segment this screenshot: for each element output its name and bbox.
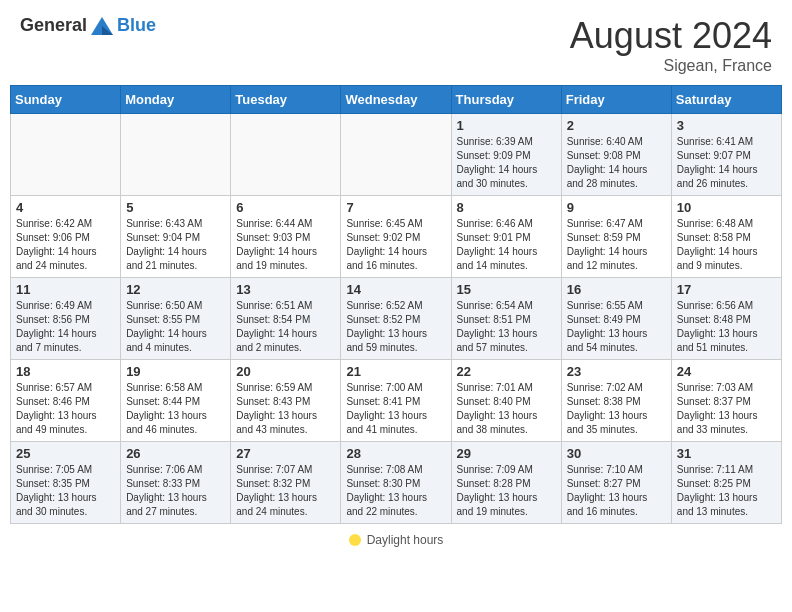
table-row: 3Sunrise: 6:41 AMSunset: 9:07 PMDaylight…	[671, 114, 781, 196]
table-row: 26Sunrise: 7:06 AMSunset: 8:33 PMDayligh…	[121, 442, 231, 524]
table-row: 16Sunrise: 6:55 AMSunset: 8:49 PMDayligh…	[561, 278, 671, 360]
table-row: 27Sunrise: 7:07 AMSunset: 8:32 PMDayligh…	[231, 442, 341, 524]
day-number: 19	[126, 364, 225, 379]
day-number: 10	[677, 200, 776, 215]
table-row: 25Sunrise: 7:05 AMSunset: 8:35 PMDayligh…	[11, 442, 121, 524]
day-number: 6	[236, 200, 335, 215]
day-number: 8	[457, 200, 556, 215]
day-info: Sunrise: 7:07 AMSunset: 8:32 PMDaylight:…	[236, 463, 335, 519]
logo: General Blue	[20, 15, 156, 36]
day-number: 4	[16, 200, 115, 215]
table-row: 12Sunrise: 6:50 AMSunset: 8:55 PMDayligh…	[121, 278, 231, 360]
table-row: 19Sunrise: 6:58 AMSunset: 8:44 PMDayligh…	[121, 360, 231, 442]
table-row: 23Sunrise: 7:02 AMSunset: 8:38 PMDayligh…	[561, 360, 671, 442]
table-row	[11, 114, 121, 196]
day-info: Sunrise: 7:08 AMSunset: 8:30 PMDaylight:…	[346, 463, 445, 519]
day-info: Sunrise: 6:48 AMSunset: 8:58 PMDaylight:…	[677, 217, 776, 273]
day-number: 2	[567, 118, 666, 133]
day-info: Sunrise: 6:43 AMSunset: 9:04 PMDaylight:…	[126, 217, 225, 273]
day-info: Sunrise: 7:10 AMSunset: 8:27 PMDaylight:…	[567, 463, 666, 519]
day-number: 15	[457, 282, 556, 297]
day-number: 22	[457, 364, 556, 379]
col-monday: Monday	[121, 86, 231, 114]
calendar-container: Sunday Monday Tuesday Wednesday Thursday…	[0, 85, 792, 529]
day-info: Sunrise: 6:57 AMSunset: 8:46 PMDaylight:…	[16, 381, 115, 437]
day-info: Sunrise: 6:56 AMSunset: 8:48 PMDaylight:…	[677, 299, 776, 355]
calendar-week-row: 25Sunrise: 7:05 AMSunset: 8:35 PMDayligh…	[11, 442, 782, 524]
table-row: 29Sunrise: 7:09 AMSunset: 8:28 PMDayligh…	[451, 442, 561, 524]
table-row: 20Sunrise: 6:59 AMSunset: 8:43 PMDayligh…	[231, 360, 341, 442]
table-row: 31Sunrise: 7:11 AMSunset: 8:25 PMDayligh…	[671, 442, 781, 524]
table-row: 4Sunrise: 6:42 AMSunset: 9:06 PMDaylight…	[11, 196, 121, 278]
day-number: 23	[567, 364, 666, 379]
day-info: Sunrise: 7:00 AMSunset: 8:41 PMDaylight:…	[346, 381, 445, 437]
logo-general-text: General	[20, 15, 87, 36]
calendar-week-row: 11Sunrise: 6:49 AMSunset: 8:56 PMDayligh…	[11, 278, 782, 360]
col-tuesday: Tuesday	[231, 86, 341, 114]
table-row: 21Sunrise: 7:00 AMSunset: 8:41 PMDayligh…	[341, 360, 451, 442]
calendar-week-row: 18Sunrise: 6:57 AMSunset: 8:46 PMDayligh…	[11, 360, 782, 442]
col-thursday: Thursday	[451, 86, 561, 114]
table-row: 22Sunrise: 7:01 AMSunset: 8:40 PMDayligh…	[451, 360, 561, 442]
day-number: 13	[236, 282, 335, 297]
table-row: 7Sunrise: 6:45 AMSunset: 9:02 PMDaylight…	[341, 196, 451, 278]
legend-dot	[349, 534, 361, 546]
day-number: 31	[677, 446, 776, 461]
day-number: 26	[126, 446, 225, 461]
table-row: 1Sunrise: 6:39 AMSunset: 9:09 PMDaylight…	[451, 114, 561, 196]
logo-blue-text: Blue	[117, 15, 156, 36]
table-row: 8Sunrise: 6:46 AMSunset: 9:01 PMDaylight…	[451, 196, 561, 278]
table-row: 24Sunrise: 7:03 AMSunset: 8:37 PMDayligh…	[671, 360, 781, 442]
day-info: Sunrise: 6:52 AMSunset: 8:52 PMDaylight:…	[346, 299, 445, 355]
calendar-week-row: 1Sunrise: 6:39 AMSunset: 9:09 PMDaylight…	[11, 114, 782, 196]
day-number: 5	[126, 200, 225, 215]
logo-icon	[91, 17, 113, 35]
day-number: 17	[677, 282, 776, 297]
day-info: Sunrise: 7:06 AMSunset: 8:33 PMDaylight:…	[126, 463, 225, 519]
calendar-body: 1Sunrise: 6:39 AMSunset: 9:09 PMDaylight…	[11, 114, 782, 524]
table-row	[121, 114, 231, 196]
day-info: Sunrise: 6:47 AMSunset: 8:59 PMDaylight:…	[567, 217, 666, 273]
col-sunday: Sunday	[11, 86, 121, 114]
day-info: Sunrise: 7:05 AMSunset: 8:35 PMDaylight:…	[16, 463, 115, 519]
table-row	[231, 114, 341, 196]
day-info: Sunrise: 6:45 AMSunset: 9:02 PMDaylight:…	[346, 217, 445, 273]
day-info: Sunrise: 7:02 AMSunset: 8:38 PMDaylight:…	[567, 381, 666, 437]
day-info: Sunrise: 6:40 AMSunset: 9:08 PMDaylight:…	[567, 135, 666, 191]
day-info: Sunrise: 7:09 AMSunset: 8:28 PMDaylight:…	[457, 463, 556, 519]
day-number: 14	[346, 282, 445, 297]
table-row: 9Sunrise: 6:47 AMSunset: 8:59 PMDaylight…	[561, 196, 671, 278]
title-block: August 2024 Sigean, France	[570, 15, 772, 75]
table-row: 28Sunrise: 7:08 AMSunset: 8:30 PMDayligh…	[341, 442, 451, 524]
day-number: 28	[346, 446, 445, 461]
days-of-week-row: Sunday Monday Tuesday Wednesday Thursday…	[11, 86, 782, 114]
day-info: Sunrise: 6:59 AMSunset: 8:43 PMDaylight:…	[236, 381, 335, 437]
month-year-title: August 2024	[570, 15, 772, 57]
calendar-table: Sunday Monday Tuesday Wednesday Thursday…	[10, 85, 782, 524]
day-number: 29	[457, 446, 556, 461]
col-saturday: Saturday	[671, 86, 781, 114]
day-info: Sunrise: 7:03 AMSunset: 8:37 PMDaylight:…	[677, 381, 776, 437]
day-number: 20	[236, 364, 335, 379]
col-friday: Friday	[561, 86, 671, 114]
day-number: 9	[567, 200, 666, 215]
day-number: 27	[236, 446, 335, 461]
day-info: Sunrise: 6:39 AMSunset: 9:09 PMDaylight:…	[457, 135, 556, 191]
footer: Daylight hours	[0, 529, 792, 551]
day-number: 11	[16, 282, 115, 297]
day-info: Sunrise: 7:01 AMSunset: 8:40 PMDaylight:…	[457, 381, 556, 437]
day-info: Sunrise: 6:46 AMSunset: 9:01 PMDaylight:…	[457, 217, 556, 273]
table-row: 2Sunrise: 6:40 AMSunset: 9:08 PMDaylight…	[561, 114, 671, 196]
day-number: 30	[567, 446, 666, 461]
day-info: Sunrise: 7:11 AMSunset: 8:25 PMDaylight:…	[677, 463, 776, 519]
calendar-header: Sunday Monday Tuesday Wednesday Thursday…	[11, 86, 782, 114]
location-subtitle: Sigean, France	[570, 57, 772, 75]
day-number: 12	[126, 282, 225, 297]
day-info: Sunrise: 6:42 AMSunset: 9:06 PMDaylight:…	[16, 217, 115, 273]
day-info: Sunrise: 6:49 AMSunset: 8:56 PMDaylight:…	[16, 299, 115, 355]
day-number: 18	[16, 364, 115, 379]
day-number: 24	[677, 364, 776, 379]
table-row: 15Sunrise: 6:54 AMSunset: 8:51 PMDayligh…	[451, 278, 561, 360]
day-number: 25	[16, 446, 115, 461]
table-row: 17Sunrise: 6:56 AMSunset: 8:48 PMDayligh…	[671, 278, 781, 360]
